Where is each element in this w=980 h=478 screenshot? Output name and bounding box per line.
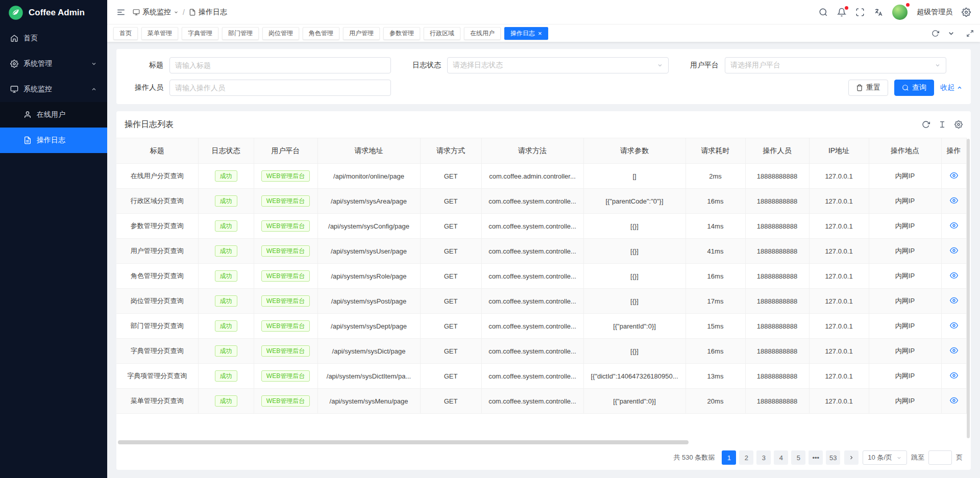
fullscreen-icon[interactable]: [855, 8, 865, 17]
column-settings-gear-icon[interactable]: [954, 120, 963, 129]
tab-label: 岗位管理: [268, 29, 293, 38]
page-size-select[interactable]: 10 条/页: [863, 450, 907, 465]
cell-action: [941, 164, 966, 189]
cell-location: 内网IP: [869, 239, 941, 264]
tab-item[interactable]: 角色管理: [303, 27, 339, 40]
chevron-down-icon: [174, 10, 179, 15]
tab-item[interactable]: 首页: [113, 27, 138, 40]
table-row: 岗位管理分页查询成功WEB管理后台/api/system/sysPost/pag…: [116, 289, 966, 314]
tab-item[interactable]: 字典管理: [182, 27, 218, 40]
tab-item[interactable]: 参数管理: [383, 27, 420, 40]
row-density-icon[interactable]: [938, 120, 946, 129]
settings-gear-icon[interactable]: [962, 8, 971, 17]
next-page-button[interactable]: [844, 450, 859, 465]
view-detail-eye-icon[interactable]: [950, 396, 958, 405]
cell-params: [{"parentId":0}]: [583, 389, 685, 414]
cell-method: GET: [420, 364, 481, 389]
view-detail-eye-icon[interactable]: [950, 346, 958, 355]
reset-button[interactable]: 重置: [848, 80, 888, 96]
topbar: 系统监控 / 操作日志: [107, 0, 980, 24]
platform-badge: WEB管理后台: [261, 170, 310, 182]
page-button[interactable]: 2: [739, 450, 753, 465]
cell-location: 内网IP: [869, 339, 941, 364]
breadcrumb-item-operation-log[interactable]: 操作日志: [189, 8, 227, 17]
tab-item[interactable]: 部门管理: [222, 27, 259, 40]
page-ellipsis[interactable]: •••: [808, 450, 823, 465]
platform-badge: WEB管理后台: [261, 370, 310, 382]
translate-icon[interactable]: [874, 8, 883, 17]
user-platform-select[interactable]: 请选择用户平台: [725, 57, 946, 73]
breadcrumb-label: 系统监控: [142, 8, 171, 17]
platform-badge: WEB管理后台: [261, 195, 310, 207]
search-icon[interactable]: [819, 8, 828, 17]
tab-item[interactable]: 在线用户: [464, 27, 501, 40]
cell-platform: WEB管理后台: [254, 314, 317, 339]
tab-item[interactable]: 岗位管理: [262, 27, 299, 40]
title-input[interactable]: [169, 57, 391, 73]
cell-action: [941, 189, 966, 214]
horizontal-scrollbar-thumb[interactable]: [118, 440, 689, 444]
cell-ip: 127.0.0.1: [809, 339, 869, 364]
chevron-down-icon: [657, 62, 663, 68]
page-button[interactable]: 4: [774, 450, 788, 465]
page-button[interactable]: 3: [756, 450, 771, 465]
vertical-scrollbar[interactable]: [967, 139, 970, 438]
cell-params: [{"dictId":140647326180950...: [583, 364, 685, 389]
sidebar-collapse-icon[interactable]: [116, 8, 126, 17]
cell-platform: WEB管理后台: [254, 164, 317, 189]
cell-location: 内网IP: [869, 364, 941, 389]
tab-item[interactable]: 行政区域: [424, 27, 460, 40]
cell-action: [941, 364, 966, 389]
cell-params: [{}]: [583, 239, 685, 264]
cell-method: GET: [420, 264, 481, 289]
breadcrumb-item-monitor[interactable]: 系统监控: [133, 8, 179, 17]
view-detail-eye-icon[interactable]: [950, 171, 958, 180]
sidebar-item-operation-log[interactable]: 操作日志: [0, 128, 107, 153]
collapse-filter-link[interactable]: 收起: [940, 83, 963, 92]
column-header: 操作人员: [745, 138, 809, 164]
column-header: 用户平台: [254, 138, 317, 164]
view-detail-eye-icon[interactable]: [950, 196, 958, 205]
cell-method: GET: [420, 314, 481, 339]
search-button[interactable]: 查询: [894, 80, 934, 96]
operator-input[interactable]: [169, 80, 391, 96]
tab-item[interactable]: 用户管理: [343, 27, 380, 40]
log-icon: [189, 9, 196, 16]
chevron-down-icon[interactable]: [947, 30, 955, 37]
avatar[interactable]: [892, 5, 908, 20]
tab-label: 角色管理: [309, 29, 333, 38]
view-detail-eye-icon[interactable]: [950, 296, 958, 305]
page-button[interactable]: 5: [791, 450, 805, 465]
sidebar-item-home[interactable]: 首页: [0, 26, 107, 51]
expand-content-icon[interactable]: [966, 30, 974, 37]
column-header: 操作: [941, 138, 966, 164]
home-icon: [10, 34, 18, 42]
log-status-select[interactable]: 请选择日志状态: [447, 57, 669, 73]
view-detail-eye-icon[interactable]: [950, 271, 958, 280]
refresh-icon[interactable]: [932, 30, 939, 37]
cell-location: 内网IP: [869, 189, 941, 214]
sidebar-item-system-management[interactable]: 系统管理: [0, 51, 107, 77]
view-detail-eye-icon[interactable]: [950, 246, 958, 255]
tab-item[interactable]: 菜单管理: [141, 27, 178, 40]
page-button[interactable]: 53: [826, 450, 840, 465]
cell-method: GET: [420, 189, 481, 214]
cell-method: GET: [420, 214, 481, 239]
cell-location: 内网IP: [869, 289, 941, 314]
current-user-name[interactable]: 超级管理员: [917, 8, 952, 17]
page-button[interactable]: 1: [722, 450, 736, 465]
sidebar-item-online-users[interactable]: 在线用户: [0, 102, 107, 128]
table-body: 在线用户分页查询成功WEB管理后台/api/monitor/online/pag…: [116, 164, 966, 414]
tab-item[interactable]: 操作日志×: [504, 27, 548, 40]
view-detail-eye-icon[interactable]: [950, 321, 958, 330]
refresh-icon[interactable]: [922, 120, 930, 129]
cell-operator: 18888888888: [745, 339, 809, 364]
sidebar-item-system-monitor[interactable]: 系统监控: [0, 77, 107, 102]
cell-status: 成功: [198, 389, 254, 414]
view-detail-eye-icon[interactable]: [950, 371, 958, 380]
cell-handler: com.coffee.system.controlle...: [481, 214, 583, 239]
tab-close-icon[interactable]: ×: [538, 30, 542, 37]
jump-page-input[interactable]: [928, 450, 952, 465]
view-detail-eye-icon[interactable]: [950, 221, 958, 230]
notification-bell-icon[interactable]: [837, 8, 846, 17]
